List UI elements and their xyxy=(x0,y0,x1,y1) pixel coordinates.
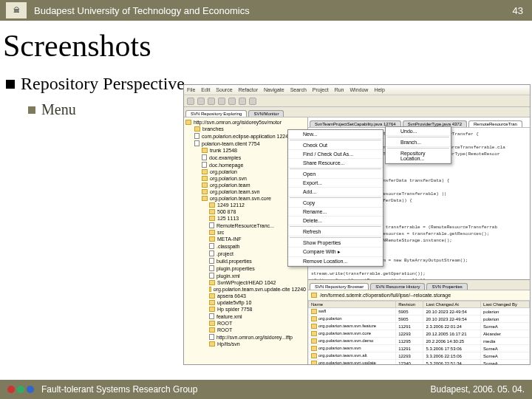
tree-item-label: org.polarion.team.svn.update-cite 12240 xyxy=(214,287,306,292)
panel-tab[interactable]: SVN Repository Browser xyxy=(310,283,369,290)
menubar-item[interactable]: Source xyxy=(216,87,232,92)
table-row[interactable]: org.polarion.team.svn.feature112912.3.20… xyxy=(309,323,530,330)
tree-item[interactable]: http://svn.omron.org/isidorey...iftp xyxy=(185,333,306,341)
context-menu-item[interactable]: Add... xyxy=(288,188,383,197)
table-cell: org.polarion.team.svn xyxy=(309,345,396,352)
tree-root[interactable]: http://svn.omron.org/isidorey5sv/motor xyxy=(185,119,306,126)
context-menu-item[interactable]: New... xyxy=(288,130,383,139)
menubar-item[interactable]: Run xyxy=(335,87,344,92)
file-icon xyxy=(202,154,207,160)
table-row[interactable]: org.polarion.team.svn.demo1129520.2.2006… xyxy=(309,338,530,345)
context-menu-item[interactable]: Check Out xyxy=(288,141,383,150)
folder-icon xyxy=(209,216,215,221)
context-menu-item[interactable]: Share Resource... xyxy=(288,159,383,168)
tree-item[interactable]: update5vftp 10 xyxy=(185,299,306,306)
table-row[interactable]: org.polarion590520.10 2023 22-49:54polar… xyxy=(309,316,530,323)
menubar-item[interactable]: Search xyxy=(290,87,307,92)
context-menu-item[interactable]: Rename... xyxy=(288,208,383,216)
history-table[interactable]: NameRevisionLast Changed AtLast Changed … xyxy=(308,301,530,364)
tree-item-label: doc.examples xyxy=(209,155,241,160)
tree-item[interactable]: Hp spider 7758 xyxy=(185,306,306,313)
tree-item-label: org.polarion.team.svn.core xyxy=(210,196,271,201)
tree-item[interactable]: feature.xml xyxy=(185,313,306,320)
context-menu-item[interactable]: Show Properties xyxy=(288,239,383,248)
tree-item-label: polarion-team.client 7754 xyxy=(202,141,260,146)
perspective-tab[interactable]: SVN/Monitor xyxy=(248,110,284,117)
table-cell: org.polarion xyxy=(309,316,396,323)
folder-icon xyxy=(209,341,215,347)
toolbar-button[interactable] xyxy=(197,98,205,105)
tree-item-label: .project xyxy=(216,251,233,256)
context-menu-item[interactable]: Compare With ▸ xyxy=(288,248,383,257)
context-menu[interactable]: New...Check OutFind / Check Out As...Sha… xyxy=(287,129,383,267)
menubar-item[interactable]: Project xyxy=(313,87,329,92)
editor-tab[interactable]: RemoteResourceTran xyxy=(468,120,522,127)
context-menu-item[interactable]: Copy xyxy=(288,199,383,208)
folder-icon xyxy=(202,196,208,201)
toolbar-button[interactable] xyxy=(239,98,246,105)
submenu-item[interactable]: Branch... xyxy=(386,138,451,147)
toolbar-button[interactable] xyxy=(249,98,256,105)
toolbar-button[interactable] xyxy=(187,98,194,105)
perspective-tab[interactable]: SVN Repository Exploring xyxy=(185,110,247,117)
footer-location-date: Budapest, 2006. 05. 04. xyxy=(431,384,525,395)
tree-item-label: org.polarion.team xyxy=(210,183,250,188)
table-row[interactable]: swfl590520.10 2023 22-49:54polarion xyxy=(309,308,530,316)
university-name: Budapest University of Technology and Ec… xyxy=(34,5,513,16)
table-header[interactable]: Name xyxy=(309,301,396,308)
table-cell: org.polarion.team.svn.update xyxy=(309,360,396,365)
table-row[interactable]: org.polarion.team.svn.core1229320.12.200… xyxy=(309,330,530,338)
menu-separator xyxy=(290,140,381,140)
tree-item[interactable]: org.polarion.team.svn.update-cite 12240 xyxy=(185,286,306,293)
table-cell: Akiander xyxy=(481,330,530,338)
submenu-item[interactable]: Repository Location... xyxy=(386,149,451,163)
table-cell: 5.3.2006 17:53:06 xyxy=(423,345,481,352)
table-cell: 11291 xyxy=(396,323,423,330)
context-menu-item[interactable]: Export... xyxy=(288,179,383,188)
menubar-item[interactable]: Window xyxy=(349,87,368,92)
table-row[interactable]: org.polarion.team.svn.alt122933.3.2006 2… xyxy=(309,352,530,360)
tree-item-label: feature.xml xyxy=(216,314,242,319)
tree-item-label: trunk 12548 xyxy=(210,148,237,153)
folder-icon xyxy=(185,120,191,125)
panel-tab[interactable]: SVN Resource History xyxy=(370,283,425,290)
panel-tab[interactable]: SVN Properties xyxy=(426,283,467,290)
tree-item[interactable]: ROOT xyxy=(185,320,306,327)
tree-item[interactable]: apsera 6643 xyxy=(185,293,306,299)
table-row[interactable]: org.polarion.team.svn.update123405.3.200… xyxy=(309,360,530,365)
context-menu-item[interactable]: Refresh xyxy=(288,228,383,236)
tree-item[interactable]: ROOT xyxy=(185,327,306,333)
table-row[interactable]: org.polarion.team.svn112915.3.2006 17:53… xyxy=(309,345,530,352)
tree-item[interactable]: plugin.xml xyxy=(185,272,306,279)
toolbar-button[interactable] xyxy=(208,98,215,105)
context-menu-item[interactable]: Remove Location... xyxy=(288,257,383,266)
toolbar-button[interactable] xyxy=(218,98,225,105)
tree-item-label: org.polarion xyxy=(210,169,237,174)
submenu-item[interactable]: Undo... xyxy=(386,127,451,136)
table-header[interactable]: Revision xyxy=(396,301,423,308)
tree-item-label: 125 1113 xyxy=(217,216,239,221)
file-icon xyxy=(194,140,200,146)
menubar-item[interactable]: Edit xyxy=(201,87,210,92)
menubar-item[interactable]: File xyxy=(187,87,195,92)
tree-item[interactable]: SvnWProject/HEAD 1042 xyxy=(185,279,306,286)
table-header[interactable]: Last Changed At xyxy=(423,301,481,308)
context-menu-item[interactable]: Open xyxy=(288,170,383,179)
context-submenu[interactable]: Undo...Branch...Repository Location... xyxy=(385,126,451,164)
context-menu-item[interactable]: Delete... xyxy=(288,216,383,225)
toolbar-button[interactable] xyxy=(228,98,236,105)
footer-logo xyxy=(7,386,34,393)
file-icon xyxy=(209,258,214,264)
table-cell: org.polarion.team.svn.feature xyxy=(309,323,396,330)
table-header[interactable]: Last Changed By xyxy=(481,301,530,308)
tree-item-label: org.polarion.svn xyxy=(210,176,247,181)
menubar-item[interactable]: Refactor xyxy=(239,87,258,92)
menubar-item[interactable]: Navigate xyxy=(264,87,284,92)
folder-icon xyxy=(209,202,215,208)
context-menu-item[interactable]: Find / Check Out As... xyxy=(288,150,383,159)
tree-item-label: branches xyxy=(202,126,224,132)
menubar-item[interactable]: Help xyxy=(374,87,384,92)
bullet-square-icon xyxy=(28,106,35,114)
file-icon xyxy=(209,334,214,340)
tree-item[interactable]: Hp/its/svn xyxy=(185,341,306,347)
